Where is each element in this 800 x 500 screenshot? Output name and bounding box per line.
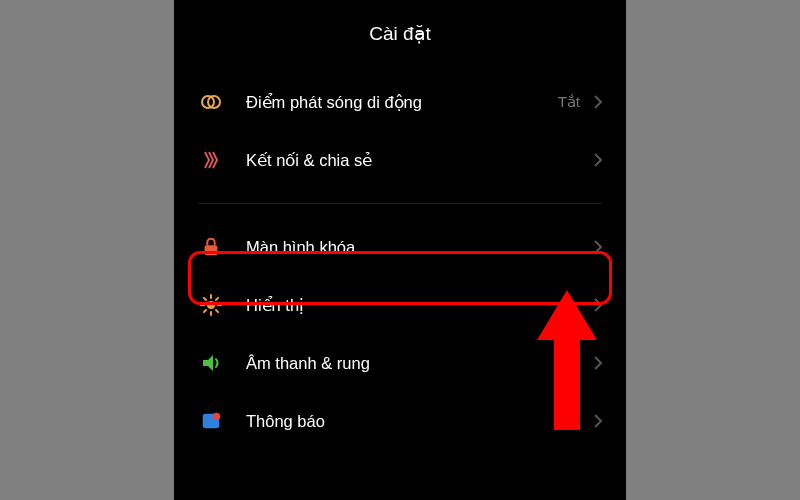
connection-icon xyxy=(198,147,224,173)
svg-line-10 xyxy=(204,310,206,312)
settings-list: Điểm phát sóng di động Tắt Kết nối & chi… xyxy=(174,73,626,450)
divider xyxy=(198,203,602,204)
chevron-right-icon xyxy=(594,356,602,370)
chevron-right-icon xyxy=(594,95,602,109)
chevron-right-icon xyxy=(594,298,602,312)
item-value: Tắt xyxy=(558,93,580,111)
notification-icon xyxy=(198,408,224,434)
svg-point-3 xyxy=(207,301,215,309)
svg-line-8 xyxy=(204,298,206,300)
hotspot-icon xyxy=(198,89,224,115)
settings-item-hotspot[interactable]: Điểm phát sóng di động Tắt xyxy=(198,73,602,131)
settings-item-sound[interactable]: Âm thanh & rung xyxy=(198,334,602,392)
page-title: Cài đặt xyxy=(174,0,626,73)
settings-item-connection[interactable]: Kết nối & chia sẻ xyxy=(198,131,602,189)
svg-rect-2 xyxy=(205,245,218,255)
lock-icon xyxy=(198,234,224,260)
chevron-right-icon xyxy=(594,240,602,254)
brightness-icon xyxy=(198,292,224,318)
svg-point-13 xyxy=(213,413,220,420)
item-label: Kết nối & chia sẻ xyxy=(246,151,594,170)
item-label: Màn hình khóa xyxy=(246,238,594,257)
item-label: Điểm phát sóng di động xyxy=(246,93,558,112)
settings-item-display[interactable]: Hiển thị xyxy=(198,276,602,334)
sound-icon xyxy=(198,350,224,376)
svg-line-11 xyxy=(216,298,218,300)
item-label: Thông báo xyxy=(246,412,594,431)
item-label: Âm thanh & rung xyxy=(246,354,594,373)
settings-item-notifications[interactable]: Thông báo xyxy=(198,392,602,450)
item-label: Hiển thị xyxy=(246,296,594,315)
chevron-right-icon xyxy=(594,153,602,167)
settings-screen: Cài đặt Điểm phát sóng di động Tắt Kết n… xyxy=(174,0,626,500)
svg-line-9 xyxy=(216,310,218,312)
settings-item-lockscreen[interactable]: Màn hình khóa xyxy=(198,218,602,276)
chevron-right-icon xyxy=(594,414,602,428)
